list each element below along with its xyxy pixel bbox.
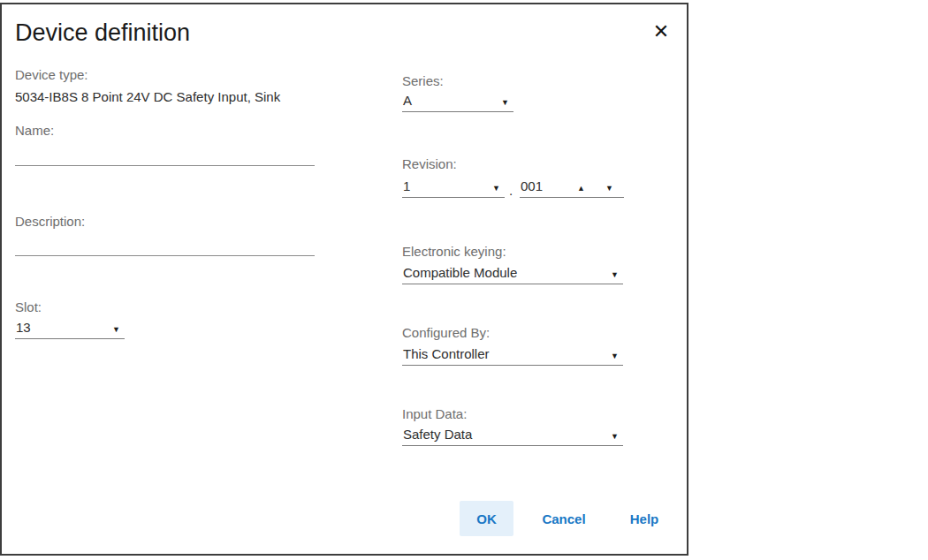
chevron-down-icon: ▼ xyxy=(611,433,619,441)
spin-down-icon[interactable]: ▼ xyxy=(605,185,613,193)
ok-button[interactable]: OK xyxy=(460,501,513,536)
series-dropdown[interactable]: A ▼ xyxy=(402,89,513,112)
help-button[interactable]: Help xyxy=(613,501,675,536)
revision-minor-spinner[interactable]: 001 ▲ ▼ xyxy=(520,175,624,198)
revision-separator: . xyxy=(509,183,513,198)
electronic-keying-dropdown[interactable]: Compatible Module ▼ xyxy=(402,261,623,284)
device-type-value: 5034-IB8S 8 Point 24V DC Safety Input, S… xyxy=(15,89,280,104)
electronic-keying-value: Compatible Module xyxy=(403,265,517,280)
spin-up-icon[interactable]: ▲ xyxy=(577,185,585,193)
screen: Device definition ✕ Device type: 5034-IB… xyxy=(0,0,928,560)
slot-dropdown[interactable]: 13 ▼ xyxy=(15,316,125,339)
name-input[interactable] xyxy=(15,142,315,166)
slot-value: 13 xyxy=(16,320,31,335)
name-label: Name: xyxy=(15,123,54,138)
cancel-button[interactable]: Cancel xyxy=(527,501,601,536)
input-data-value: Safety Data xyxy=(403,427,472,442)
revision-major-value: 1 xyxy=(403,178,410,193)
series-value: A xyxy=(403,93,412,108)
close-button[interactable]: ✕ xyxy=(648,19,674,45)
slot-label: Slot: xyxy=(15,299,42,314)
chevron-down-icon: ▼ xyxy=(611,352,619,360)
revision-label: Revision: xyxy=(402,156,457,171)
description-label: Description: xyxy=(15,214,85,229)
series-label: Series: xyxy=(402,73,444,88)
input-data-label: Input Data: xyxy=(402,406,467,421)
chevron-down-icon: ▼ xyxy=(112,326,120,334)
device-type-label: Device type: xyxy=(15,67,88,82)
configured-by-value: This Controller xyxy=(403,346,490,361)
input-data-dropdown[interactable]: Safety Data ▼ xyxy=(402,423,623,446)
electronic-keying-label: Electronic keying: xyxy=(402,244,506,259)
chevron-down-icon: ▼ xyxy=(492,185,500,193)
description-input[interactable] xyxy=(15,232,315,256)
configured-by-label: Configured By: xyxy=(402,325,490,340)
configured-by-dropdown[interactable]: This Controller ▼ xyxy=(402,343,623,366)
chevron-down-icon: ▼ xyxy=(501,99,509,107)
device-definition-dialog: Device definition ✕ Device type: 5034-IB… xyxy=(0,3,688,556)
revision-major-dropdown[interactable]: 1 ▼ xyxy=(402,175,505,198)
dialog-title: Device definition xyxy=(15,19,190,47)
revision-minor-value: 001 xyxy=(521,178,543,193)
chevron-down-icon: ▼ xyxy=(611,271,619,279)
close-icon: ✕ xyxy=(653,22,669,42)
